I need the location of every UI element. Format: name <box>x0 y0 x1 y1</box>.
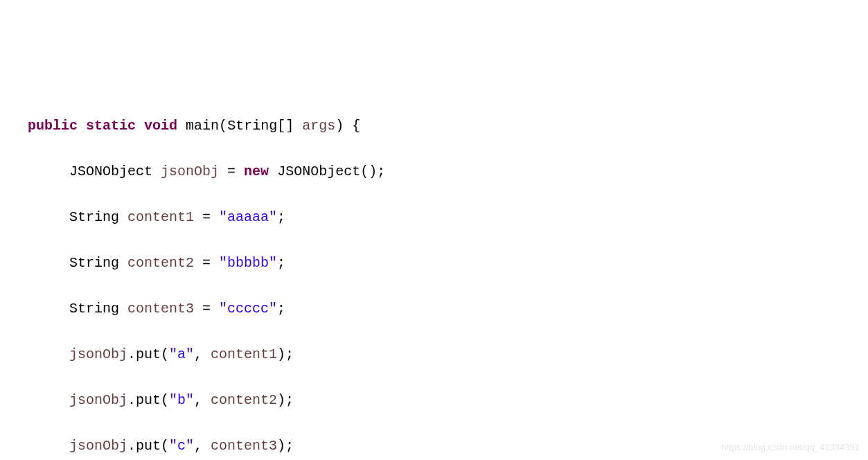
variable: args <box>302 118 335 134</box>
string-literal: "a" <box>169 346 194 362</box>
punct: ); <box>277 392 294 408</box>
code-line: String content2 = "bbbbb"; <box>0 251 868 274</box>
keyword-public: public <box>28 118 78 134</box>
punct: ( <box>161 392 169 408</box>
punct: ( <box>219 118 227 134</box>
punct: . <box>127 346 136 362</box>
code-line: String content1 = "aaaaa"; <box>0 206 868 229</box>
type: String <box>227 118 277 134</box>
punct: = <box>202 209 219 225</box>
code-line: JSONObject jsonObj = new JSONObject(); <box>0 160 868 183</box>
variable: content1 <box>127 209 194 225</box>
punct: = <box>202 301 219 317</box>
method-call: put <box>136 346 161 362</box>
watermark: https://blog.csdn.net/qq_41334351 <box>722 440 860 454</box>
variable: content3 <box>127 301 194 317</box>
variable: content2 <box>211 392 277 408</box>
punct: ) { <box>335 118 360 134</box>
keyword-static: static <box>86 118 136 134</box>
variable: content2 <box>127 255 194 271</box>
punct: , <box>194 392 211 408</box>
punct: ); <box>277 346 294 362</box>
type: String <box>69 209 119 225</box>
variable: jsonObj <box>161 163 219 179</box>
code-line: jsonObj.put("a", content1); <box>0 343 868 366</box>
variable: content3 <box>211 438 277 454</box>
method-name: main <box>186 118 219 134</box>
string-literal: "c" <box>169 438 194 454</box>
type: String <box>69 301 119 317</box>
keyword-new: new <box>244 163 269 179</box>
punct: . <box>127 438 136 454</box>
punct: ( <box>161 438 169 454</box>
punct: ; <box>277 255 285 271</box>
punct: . <box>127 392 136 408</box>
string-literal: "b" <box>169 392 194 408</box>
variable: content1 <box>211 346 277 362</box>
punct: ; <box>277 301 285 317</box>
punct: = <box>202 255 219 271</box>
punct: [] <box>277 118 302 134</box>
code-line: public static void main(String[] args) { <box>0 114 868 137</box>
punct: = <box>227 163 244 179</box>
punct: , <box>194 346 211 362</box>
code-line: jsonObj.put("b", content2); <box>0 389 868 412</box>
keyword-void: void <box>144 118 177 134</box>
string-literal: "ccccc" <box>219 301 277 317</box>
constructor: JSONObject <box>277 163 360 179</box>
code-editor[interactable]: public static void main(String[] args) {… <box>0 91 868 460</box>
string-literal: "aaaaa" <box>219 209 277 225</box>
method-call: put <box>136 438 161 454</box>
method-call: put <box>136 392 161 408</box>
variable: jsonObj <box>69 438 127 454</box>
punct: , <box>194 438 211 454</box>
type: JSONObject <box>69 163 152 179</box>
punct: ; <box>277 209 285 225</box>
punct: ); <box>277 438 294 454</box>
variable: jsonObj <box>69 346 127 362</box>
punct: (); <box>360 163 385 179</box>
string-literal: "bbbbb" <box>219 255 277 271</box>
type: String <box>69 255 119 271</box>
code-line: String content3 = "ccccc"; <box>0 297 868 320</box>
variable: jsonObj <box>69 392 127 408</box>
punct: ( <box>161 346 169 362</box>
